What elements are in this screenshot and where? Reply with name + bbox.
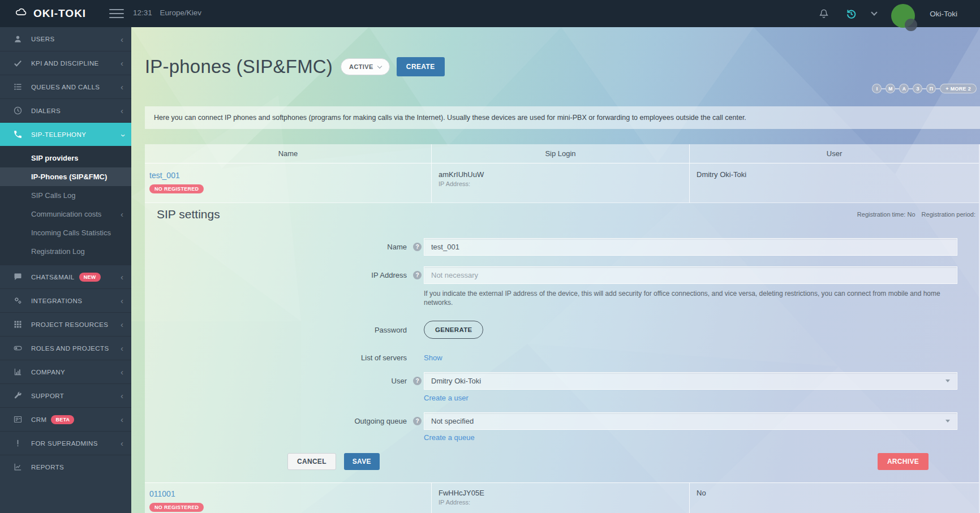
- beta-badge: BETA: [51, 415, 74, 424]
- sip-settings-panel: SIP settings Registration time: No Regis…: [145, 202, 979, 482]
- sidebar-item-support[interactable]: SUPPORT ‹: [0, 383, 131, 407]
- sidebar-subitem-ip-phones[interactable]: IP-Phones (SIP&FMC): [0, 167, 131, 186]
- member-chip[interactable]: A: [899, 84, 909, 93]
- crm-panel-icon: [13, 415, 23, 424]
- history-icon[interactable]: [845, 7, 857, 20]
- ip-phones-table: Name Sip Login User test_001 NO REGISTER…: [145, 144, 980, 513]
- page-title: IP-phones (SIP&FMC): [145, 56, 333, 77]
- cancel-button[interactable]: CANCEL: [287, 453, 336, 470]
- status-badge: NO REGISTERED: [149, 184, 204, 193]
- sidebar-item-sip-telephony[interactable]: SIP-TELEPHONY ‹: [0, 122, 131, 146]
- page-header: IP-phones (SIP&FMC) ACTIVE CREATE: [145, 27, 980, 83]
- chevron-left-icon: ‹: [121, 368, 123, 376]
- help-icon[interactable]: ?: [413, 377, 422, 385]
- status-badge: NO REGISTERED: [149, 503, 204, 512]
- user-value: No: [689, 483, 979, 513]
- panel-title: SIP settings: [157, 208, 220, 221]
- sip-login-value: FwHHcJY05E: [439, 489, 682, 497]
- clock-icon: [13, 106, 23, 115]
- sidebar-item-company[interactable]: COMPANY ‹: [0, 360, 131, 383]
- chevron-left-icon: ‹: [121, 35, 123, 44]
- sidebar-item-kpi[interactable]: KPI AND DISCIPLINE ‹: [0, 51, 131, 75]
- form-row-name: Name?: [145, 238, 979, 256]
- column-header-name[interactable]: Name: [145, 144, 431, 163]
- phone-name-link[interactable]: test_001: [149, 171, 180, 180]
- toggle-icon: [13, 343, 23, 353]
- outgoing-queue-select[interactable]: Not specified: [424, 412, 957, 430]
- sidebar-item-project-resources[interactable]: PROJECT RESOURCES ‹: [0, 312, 131, 336]
- form-buttons: CANCEL SAVE ARCHIVE: [145, 453, 979, 470]
- sidebar-item-roles-projects[interactable]: ROLES AND PROJECTS ‹: [0, 336, 131, 360]
- chevron-left-icon: ‹: [121, 210, 123, 218]
- sip-login-value: amKrIUhUuW: [439, 170, 682, 179]
- create-user-link[interactable]: Create a user: [424, 394, 468, 402]
- phone-name-link[interactable]: 011001: [149, 489, 175, 498]
- show-servers-link[interactable]: Show: [424, 354, 442, 362]
- sidebar-subitem-communication-costs[interactable]: Communication costs‹: [0, 205, 131, 223]
- sidebar-item-dialers[interactable]: DIALERS ‹: [0, 98, 131, 122]
- member-chips: I M A З П + MORE 2: [872, 84, 977, 93]
- check-icon: [13, 58, 23, 68]
- column-header-user[interactable]: User: [689, 144, 979, 163]
- help-icon[interactable]: ?: [413, 417, 422, 425]
- status-filter-dropdown[interactable]: ACTIVE: [341, 58, 390, 75]
- menu-icon[interactable]: [109, 9, 124, 18]
- phone-icon: [13, 130, 23, 139]
- chevron-left-icon: ‹: [121, 83, 123, 91]
- sidebar-subitem-incoming-calls-statistics[interactable]: Incoming Calls Statistics: [0, 223, 131, 242]
- sip-telephony-submenu: SIP providers IP-Phones (SIP&FMC) SIP Ca…: [0, 146, 131, 265]
- caret-down-icon: [945, 380, 950, 382]
- clock: 12:31 Europe/Kiev: [133, 8, 201, 17]
- sidebar-item-integrations[interactable]: INTEGRATIONS ‹: [0, 288, 131, 312]
- chevron-down-icon: [377, 63, 382, 68]
- chevron-left-icon: ‹: [121, 320, 123, 329]
- sidebar-item-crm[interactable]: CRM BETA ‹: [0, 407, 131, 431]
- table-row: 011001 NO REGISTERED FwHHcJY05E IP Addre…: [145, 482, 979, 513]
- help-icon[interactable]: ?: [413, 243, 422, 251]
- member-chip[interactable]: П: [926, 84, 936, 93]
- form-row-ip-address: IP Address?: [145, 266, 979, 284]
- avatar[interactable]: [891, 4, 915, 28]
- member-chip[interactable]: I: [872, 84, 882, 93]
- sidebar-subitem-registration-log[interactable]: Registration Log: [0, 242, 131, 261]
- member-chip[interactable]: M: [886, 84, 895, 93]
- sidebar-item-reports[interactable]: REPORTS: [0, 455, 131, 478]
- chevron-left-icon: ‹: [121, 344, 123, 352]
- topbar-right: Oki-Toki: [818, 0, 980, 27]
- sidebar-subitem-sip-providers[interactable]: SIP providers: [0, 149, 131, 167]
- exclamation-icon: [13, 438, 23, 448]
- sidebar-subitem-sip-calls-log[interactable]: SIP Calls Log: [0, 186, 131, 205]
- sidebar-item-users[interactable]: USERS ‹: [0, 27, 131, 51]
- more-chips-button[interactable]: + MORE 2: [940, 84, 977, 93]
- logo[interactable]: OKI-TOKI: [0, 6, 86, 21]
- user-select[interactable]: Dmitry Oki-Toki: [424, 372, 957, 390]
- member-chip[interactable]: З: [913, 84, 922, 93]
- chevron-left-icon: ‹: [121, 391, 123, 400]
- ip-address-help-text: If you indicate the external IP address …: [424, 289, 957, 307]
- bell-icon[interactable]: [818, 7, 830, 20]
- ip-address-label: IP Address:: [439, 180, 682, 187]
- account-name: Oki-Toki: [930, 10, 957, 18]
- chevron-left-icon: ‹: [121, 439, 123, 447]
- chevron-left-icon: ‹: [121, 273, 123, 281]
- ip-address-input[interactable]: [424, 266, 957, 284]
- name-input[interactable]: [424, 238, 957, 256]
- save-button[interactable]: SAVE: [344, 453, 380, 470]
- chevron-expanded-icon: ‹: [118, 134, 126, 137]
- chevron-down-icon[interactable]: [871, 9, 878, 15]
- create-queue-link[interactable]: Create a queue: [424, 433, 475, 442]
- form-row-queue: Outgoing queue? Not specified: [145, 412, 979, 430]
- column-header-sip-login[interactable]: Sip Login: [431, 144, 689, 163]
- grid-icon: [13, 320, 23, 329]
- table-row: test_001 NO REGISTERED amKrIUhUuW IP Add…: [145, 163, 979, 202]
- app-window: OKI-TOKI 12:31 Europe/Kiev Oki-Toki USER…: [0, 0, 980, 513]
- create-button[interactable]: CREATE: [397, 57, 445, 76]
- sidebar-item-superadmins[interactable]: FOR SUPERADMINS ‹: [0, 431, 131, 455]
- archive-button[interactable]: ARCHIVE: [878, 453, 929, 470]
- form-row-password: Password GENERATE: [145, 321, 979, 339]
- chevron-left-icon: ‹: [121, 296, 123, 305]
- help-icon[interactable]: ?: [413, 271, 422, 279]
- sidebar-item-queues[interactable]: QUEUES AND CALLS ‹: [0, 75, 131, 98]
- sidebar-item-chats-mail[interactable]: CHATS&MAIL NEW ‹: [0, 265, 131, 288]
- generate-password-button[interactable]: GENERATE: [424, 321, 483, 339]
